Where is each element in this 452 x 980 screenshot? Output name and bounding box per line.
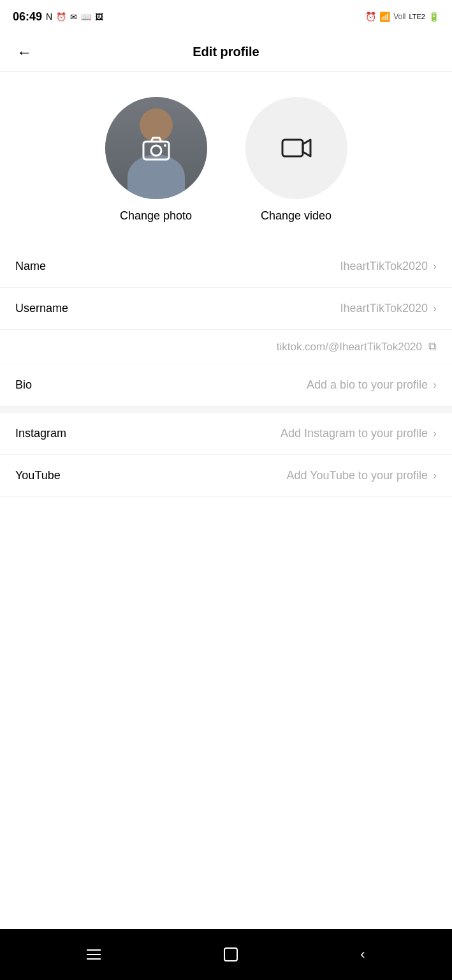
instagram-label: Instagram [15,427,66,440]
username-chevron-icon: › [433,302,437,315]
name-field-row[interactable]: Name IheartTikTok2020 › [0,246,452,288]
status-left: 06:49 N ⏰ ✉ 📖 🖼 [13,10,103,24]
bio-field-row[interactable]: Bio Add a bio to your profile › [0,364,452,406]
nav-menu-button[interactable] [74,943,113,966]
name-value: IheartTikTok2020 [340,260,428,273]
bio-value-wrap: Add a bio to your profile › [307,378,437,392]
video-icon [280,131,313,165]
username-value: IheartTikTok2020 [340,302,428,315]
youtube-placeholder: Add YouTube to your profile [287,469,428,482]
media-section: Change photo Change video [0,71,452,235]
username-field-row[interactable]: Username IheartTikTok2020 › [0,288,452,330]
youtube-label: YouTube [15,469,61,482]
status-time: 06:49 [13,10,42,24]
home-square-icon [224,947,238,961]
video-circle [245,97,347,199]
status-right: ⏰ 📶 Voll LTE2 🔋 [365,11,439,22]
battery-icon: 🔋 [428,11,439,22]
change-video-button[interactable]: Change video [245,97,347,223]
instagram-value-wrap: Add Instagram to your profile › [281,427,437,440]
back-button[interactable]: ← [11,38,37,66]
section-divider [0,406,452,413]
svg-point-1 [151,145,161,156]
bell-icon: ⏰ [365,11,376,22]
wifi-icon: 📶 [379,11,390,22]
change-video-label: Change video [261,209,332,223]
page-title: Edit profile [193,45,259,59]
instagram-placeholder: Add Instagram to your profile [281,427,428,440]
youtube-value-wrap: Add YouTube to your profile › [287,469,437,482]
youtube-field-row[interactable]: YouTube Add YouTube to your profile › [0,455,452,497]
bio-chevron-icon: › [433,378,437,392]
back-chevron-icon: ‹ [360,946,365,963]
profile-link-row[interactable]: tiktok.com/@IheartTikTok2020 ⧉ [0,330,452,364]
name-label: Name [15,260,46,273]
bio-label: Bio [15,378,32,392]
youtube-chevron-icon: › [433,469,437,482]
status-bar: 06:49 N ⏰ ✉ 📖 🖼 ⏰ 📶 Voll LTE2 🔋 [0,0,452,33]
change-photo-button[interactable]: Change photo [105,97,207,223]
copy-icon[interactable]: ⧉ [428,340,437,353]
image-icon: 🖼 [95,12,103,22]
instagram-field-row[interactable]: Instagram Add Instagram to your profile … [0,413,452,455]
name-chevron-icon: › [433,260,437,273]
svg-rect-3 [282,140,303,156]
camera-icon [141,133,171,163]
menu-lines-icon [87,949,101,960]
fields-section: Name IheartTikTok2020 › Username IheartT… [0,235,452,497]
mail-icon: ✉ [70,12,77,22]
name-value-wrap: IheartTikTok2020 › [340,260,437,273]
lte-icon: LTE2 [409,13,425,20]
profile-link-text: tiktok.com/@IheartTikTok2020 [277,341,422,353]
photo-circle [105,97,207,199]
alarm-icon: ⏰ [56,12,66,22]
content: Change photo Change video Name IheartTik… [0,71,452,980]
bio-placeholder: Add a bio to your profile [307,378,428,392]
camera-overlay [105,97,207,199]
nav-back-button[interactable]: ‹ [347,940,377,969]
username-value-wrap: IheartTikTok2020 › [340,302,437,315]
instagram-chevron-icon: › [433,427,437,440]
notif-icon: N [46,11,52,22]
change-photo-label: Change photo [120,209,192,223]
username-label: Username [15,302,68,315]
nav-home-button[interactable] [211,941,251,968]
header: ← Edit profile [0,33,452,71]
signal-icon: Voll [393,12,405,21]
bottom-nav: ‹ [0,929,452,980]
svg-point-2 [164,144,166,147]
book-icon: 📖 [81,12,91,22]
